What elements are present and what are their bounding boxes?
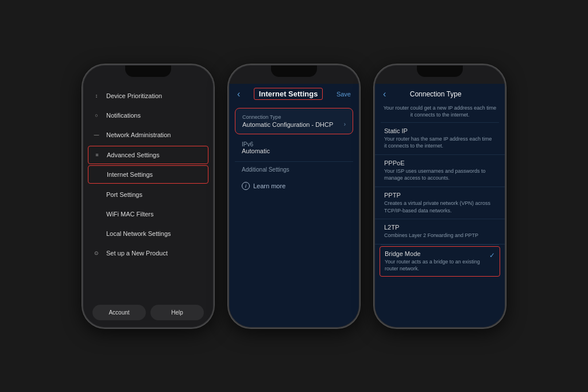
option-bridge-mode[interactable]: Bridge Mode Your router acts as a bridge… xyxy=(380,246,500,277)
option-pppoe[interactable]: PPPoE Your ISP uses usernames and passwo… xyxy=(375,155,505,187)
menu-label-wifi-mac: WiFi MAC Filters xyxy=(106,211,154,218)
additional-settings-label: Additional Settings xyxy=(242,166,289,173)
menu-label-port-settings: Port Settings xyxy=(106,191,142,198)
phone-1-top-bar xyxy=(83,65,213,84)
bridge-mode-desc: Your router acts as a bridge to an exist… xyxy=(385,258,489,273)
menu-label-advanced-settings: Advanced Settings xyxy=(107,152,160,158)
option-pptp[interactable]: PPTP Creates a virtual private network (… xyxy=(375,187,505,219)
menu-item-new-product[interactable]: ⊙ Set up a New Product xyxy=(83,243,213,263)
phone-3-screen: ‹ Connection Type Your router could get … xyxy=(375,84,505,327)
phone-3-top-bar xyxy=(375,65,505,84)
connection-type-value: Automatic Configuration - DHCP › xyxy=(242,121,346,128)
list-icon: ≡ xyxy=(93,151,101,159)
port-icon xyxy=(92,191,100,199)
ipv6-label: IPv6 xyxy=(242,141,346,148)
static-ip-desc: Your router has the same IP address each… xyxy=(384,135,496,150)
divider-1 xyxy=(235,161,353,162)
pptp-title: PPTP xyxy=(384,192,496,199)
phone-2-screen: ‹ Internet Settings Save Connection Type… xyxy=(229,84,359,327)
menu-list: ↕ Device Prioritization ○ Notifications … xyxy=(83,84,213,265)
l2tp-title: L2TP xyxy=(384,224,496,231)
menu-label-network-admin: Network Administration xyxy=(106,131,171,138)
additional-settings-section: Additional Settings xyxy=(235,166,353,173)
local-network-icon xyxy=(92,230,100,238)
phone-2: ‹ Internet Settings Save Connection Type… xyxy=(228,64,360,328)
sort-icon: ↕ xyxy=(92,92,100,100)
network-icon: — xyxy=(92,131,100,139)
menu-label-new-product: Set up a New Product xyxy=(106,250,168,257)
menu-item-notifications[interactable]: ○ Notifications xyxy=(83,106,213,125)
wifi-icon xyxy=(92,210,100,218)
divider-before-bridge xyxy=(381,244,499,245)
pppoe-desc: Your ISP uses usernames and passwords to… xyxy=(384,168,496,182)
menu-item-port-settings[interactable]: Port Settings xyxy=(83,185,213,204)
bell-icon: ○ xyxy=(92,111,100,119)
learn-more-label: Learn more xyxy=(253,183,285,189)
connection-type-label: Connection Type xyxy=(242,114,346,120)
pppoe-title: PPPoE xyxy=(384,160,496,166)
checkmark-icon: ✓ xyxy=(489,251,495,259)
save-button[interactable]: Save xyxy=(336,91,351,98)
menu-item-advanced-settings[interactable]: ≡ Advanced Settings xyxy=(88,146,208,164)
menu-item-wifi-mac[interactable]: WiFi MAC Filters xyxy=(83,204,213,224)
phone-1-footer: Account Help xyxy=(83,305,213,320)
chevron-right-icon: › xyxy=(344,121,346,127)
connection-type-nav: ‹ Connection Type xyxy=(375,84,505,104)
bridge-mode-title: Bridge Mode xyxy=(385,250,489,257)
l2tp-desc: Combines Layer 2 Forwarding and PPTP xyxy=(384,232,496,239)
phone-1-screen: ↕ Device Prioritization ○ Notifications … xyxy=(83,84,213,327)
page-title-connection-type: Connection Type xyxy=(410,90,462,98)
static-ip-title: Static IP xyxy=(384,127,496,134)
internet-settings-nav: ‹ Internet Settings Save xyxy=(229,84,359,104)
phone-2-top-bar xyxy=(229,65,359,84)
notch-2 xyxy=(271,65,317,77)
notch-3 xyxy=(417,65,463,77)
notch xyxy=(125,65,171,77)
menu-item-device-prioritization[interactable]: ↕ Device Prioritization xyxy=(83,86,213,106)
menu-item-internet-settings[interactable]: Internet Settings xyxy=(88,165,208,184)
product-icon: ⊙ xyxy=(92,249,100,257)
menu-label-notifications: Notifications xyxy=(106,112,141,119)
ipv6-value: Automatic xyxy=(242,148,346,154)
help-button[interactable]: Help xyxy=(150,305,204,320)
menu-item-network-admin[interactable]: — Network Administration xyxy=(83,125,213,145)
connection-type-card[interactable]: Connection Type Automatic Configuration … xyxy=(235,108,353,134)
menu-label-internet-settings: Internet Settings xyxy=(107,171,153,178)
back-button[interactable]: ‹ xyxy=(237,89,240,99)
info-icon: i xyxy=(242,182,250,190)
back-button-3[interactable]: ‹ xyxy=(383,89,386,99)
pptp-desc: Creates a virtual private network (VPN) … xyxy=(384,200,496,214)
ipv6-section: IPv6 Automatic xyxy=(235,139,353,157)
connection-type-subtitle: Your router could get a new IP address e… xyxy=(375,104,505,122)
option-static-ip[interactable]: Static IP Your router has the same IP ad… xyxy=(375,123,505,155)
phone-1: ↕ Device Prioritization ○ Notifications … xyxy=(82,64,214,328)
bridge-mode-content: Bridge Mode Your router acts as a bridge… xyxy=(385,250,489,273)
menu-item-local-network[interactable]: Local Network Settings xyxy=(83,224,213,243)
option-l2tp[interactable]: L2TP Combines Layer 2 Forwarding and PPT… xyxy=(375,219,505,244)
internet-icon xyxy=(93,170,101,178)
phone-3: ‹ Connection Type Your router could get … xyxy=(374,64,506,328)
menu-label-local-network: Local Network Settings xyxy=(106,230,171,237)
connection-type-text: Automatic Configuration - DHCP xyxy=(242,121,333,128)
account-button[interactable]: Account xyxy=(92,305,146,320)
page-title-internet-settings: Internet Settings xyxy=(254,88,323,100)
bridge-mode-row: Bridge Mode Your router acts as a bridge… xyxy=(385,250,495,273)
learn-more-section[interactable]: i Learn more xyxy=(235,182,353,190)
menu-label-device-prioritization: Device Prioritization xyxy=(106,92,162,99)
